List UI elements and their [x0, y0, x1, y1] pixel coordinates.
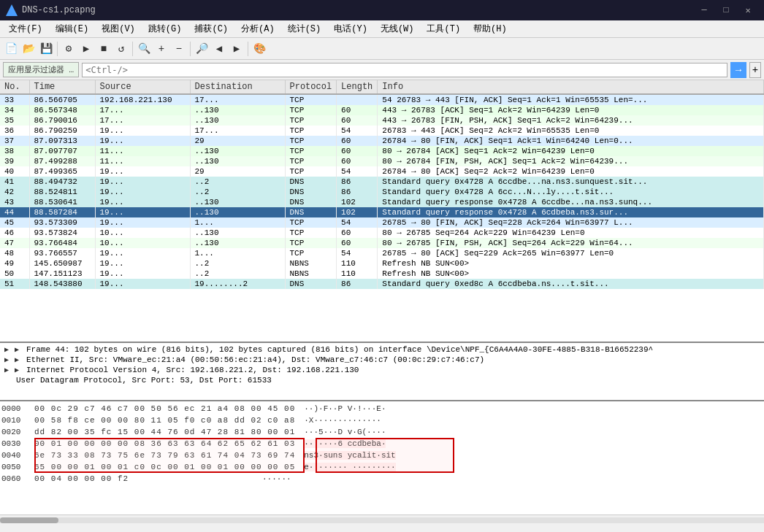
table-row[interactable]: 48 93.766557 19... 1... TCP 54 26785 → 8… — [0, 248, 764, 258]
stop-capture-button[interactable]: ■ — [96, 41, 112, 57]
col-header-proto[interactable]: Protocol — [285, 80, 337, 94]
toolbar: 📄 📂 💾 ⚙ ▶ ■ ↺ 🔍 + − 🔎 ◀ ▶ 🎨 — [0, 38, 764, 60]
packet-detail-panel[interactable]: ▶Frame 44: 102 bytes on wire (816 bits),… — [0, 343, 764, 401]
hex-ascii: ·X·············· — [304, 416, 381, 425]
filter-button[interactable]: 🔍 — [136, 41, 152, 57]
detail-item[interactable]: User Datagram Protocol, Src Port: 53, Ds… — [1, 375, 763, 385]
cell-dst: ..2 — [190, 177, 285, 187]
hex-ascii: ···5···D v·G(···· — [304, 428, 386, 436]
table-row[interactable]: 38 87.097707 11... ..130 TCP 60 80 → 267… — [0, 146, 764, 156]
close-button[interactable]: ✕ — [738, 3, 758, 18]
table-row[interactable]: 45 93.573309 19... 1... TCP 54 26785 → 8… — [0, 217, 764, 228]
start-capture-button[interactable]: ▶ — [78, 41, 94, 57]
detail-text: Ethernet II, Src: VMware_ec:21:a4 (00:50… — [26, 355, 484, 364]
cell-no: 49 — [0, 258, 29, 269]
cell-time: 87.499365 — [29, 166, 95, 177]
cell-len: 86 — [337, 279, 378, 289]
col-header-time[interactable]: Time — [29, 80, 95, 94]
cell-no: 43 — [0, 197, 29, 207]
filter-add-button[interactable]: + — [749, 62, 761, 78]
packet-list[interactable]: No. Time Source Destination Protocol Len… — [0, 80, 764, 343]
menu-edit[interactable]: 编辑(E) — [50, 21, 95, 36]
table-row[interactable]: 44 88.587284 19... ..130 DNS 102 Standar… — [0, 207, 764, 217]
menu-file[interactable]: 文件(F) — [3, 21, 48, 36]
detail-item[interactable]: ▶Internet Protocol Version 4, Src: 192.1… — [1, 365, 763, 375]
menu-stats[interactable]: 统计(S) — [282, 21, 327, 36]
zoom-in-button[interactable]: + — [153, 41, 169, 57]
table-row[interactable]: 35 86.790016 17... ..130 TCP 60 443 → 26… — [0, 115, 764, 126]
table-row[interactable]: 41 88.494732 19... ..2 DNS 86 Standard q… — [0, 177, 764, 187]
col-header-no[interactable]: No. — [0, 80, 29, 94]
hex-ascii: ··)·F··P V·!···E· — [304, 404, 386, 413]
table-row[interactable]: 50 147.151123 19... ..2 NBNS 110 Refresh… — [0, 269, 764, 279]
open-file-button[interactable]: 📂 — [20, 41, 37, 57]
restart-button[interactable]: ↺ — [113, 41, 129, 57]
go-next-button[interactable]: ▶ — [229, 41, 245, 57]
cell-src: 192.168.221.130 — [95, 94, 190, 105]
filter-input[interactable] — [82, 63, 727, 77]
menu-analyze[interactable]: 分析(A) — [235, 21, 280, 36]
cell-time: 87.499288 — [29, 156, 95, 166]
menu-go[interactable]: 跳转(G) — [142, 21, 188, 36]
colorize-button[interactable]: 🎨 — [251, 41, 267, 57]
table-row[interactable]: 34 86.567348 17... ..130 TCP 60 443 → 26… — [0, 105, 764, 115]
cell-dst: 29 — [190, 136, 285, 146]
new-file-button[interactable]: 📄 — [3, 41, 19, 57]
cell-info: 26784 → 80 [FIN, ACK] Seq=1 Ack=1 Win=64… — [378, 136, 764, 146]
detail-item[interactable]: ▶Frame 44: 102 bytes on wire (816 bits),… — [1, 344, 763, 355]
table-row[interactable]: 47 93.766484 10... ..130 TCP 60 80 → 267… — [0, 238, 764, 248]
col-header-src[interactable]: Source — [95, 80, 190, 94]
cell-dst: ..130 — [190, 238, 285, 248]
filter-apply-button[interactable]: → — [730, 62, 746, 78]
cell-info: 26785 → 80 [ACK] Seq=229 Ack=265 Win=639… — [378, 248, 764, 258]
menu-view[interactable]: 视图(V) — [96, 21, 141, 36]
hex-row: 0010 00 58 f8 ce 00 00 80 11 05 f0 c0 a8… — [1, 415, 763, 426]
table-row[interactable]: 39 87.499288 11... ..130 TCP 60 80 → 267… — [0, 156, 764, 166]
menu-phone[interactable]: 电话(Y) — [328, 21, 373, 36]
cell-time: 88.494732 — [29, 177, 95, 187]
table-row[interactable]: 49 145.650987 19... ..2 NBNS 110 Refresh… — [0, 258, 764, 269]
cell-proto: DNS — [285, 177, 337, 187]
cell-src: 11... — [95, 146, 190, 156]
cell-dst: ..130 — [190, 105, 285, 115]
h-scrollbar[interactable] — [0, 514, 764, 525]
cell-dst: 17... — [190, 126, 285, 136]
col-header-info[interactable]: Info — [378, 80, 764, 94]
save-button[interactable]: 💾 — [38, 41, 54, 57]
zoom-out-button[interactable]: − — [171, 41, 187, 57]
filter-dropdown-button[interactable]: 应用显示过滤器 … — [3, 62, 79, 77]
find-button[interactable]: 🔎 — [194, 41, 210, 57]
minimize-button[interactable]: ─ — [694, 3, 714, 18]
cell-len: 102 — [337, 197, 378, 207]
cell-dst: ..130 — [190, 146, 285, 156]
menu-tools[interactable]: 工具(T) — [421, 21, 466, 36]
table-row[interactable]: 42 88.524811 19... ..2 DNS 86 Standard q… — [0, 187, 764, 197]
cell-no: 50 — [0, 269, 29, 279]
table-row[interactable]: 36 86.790259 19... 17... TCP 54 26783 → … — [0, 126, 764, 136]
cell-time: 88.530641 — [29, 197, 95, 207]
cell-dst: ..2 — [190, 187, 285, 197]
table-row[interactable]: 33 86.566705 192.168.221.130 17... TCP 5… — [0, 94, 764, 105]
cell-src: 19... — [95, 269, 190, 279]
table-row[interactable]: 40 87.499365 19... 29 TCP 54 26784 → 80 … — [0, 166, 764, 177]
col-header-dst[interactable]: Destination — [190, 80, 285, 94]
table-row[interactable]: 46 93.573824 10... ..130 TCP 60 80 → 267… — [0, 228, 764, 238]
menu-help[interactable]: 帮助(H) — [467, 21, 513, 36]
hex-offset: 0020 — [1, 428, 34, 436]
go-prev-button[interactable]: ◀ — [211, 41, 227, 57]
table-row[interactable]: 37 87.097313 19... 29 TCP 60 26784 → 80 … — [0, 136, 764, 146]
cell-info: Standard query response 0x4728 A 6ccdbe.… — [378, 197, 764, 207]
hex-offset: 0040 — [1, 451, 34, 460]
col-header-len[interactable]: Length — [337, 80, 378, 94]
table-row[interactable]: 43 88.530641 19... ..130 DNS 102 Standar… — [0, 197, 764, 207]
menu-wireless[interactable]: 无线(W) — [375, 21, 420, 36]
detail-text: Internet Protocol Version 4, Src: 192.16… — [26, 366, 359, 374]
cell-src: 19... — [95, 187, 190, 197]
menu-capture[interactable]: 捕获(C) — [188, 21, 234, 36]
hex-bytes: dd 82 00 35 fc 15 00 44 76 0d 47 28 81 8… — [34, 428, 295, 436]
detail-item[interactable]: ▶Ethernet II, Src: VMware_ec:21:a4 (00:5… — [1, 355, 763, 365]
cell-proto: DNS — [285, 207, 337, 217]
table-row[interactable]: 51 148.543880 19... 19........2 DNS 86 S… — [0, 279, 764, 289]
maximize-button[interactable]: □ — [716, 3, 736, 18]
capture-options-button[interactable]: ⚙ — [61, 41, 77, 57]
